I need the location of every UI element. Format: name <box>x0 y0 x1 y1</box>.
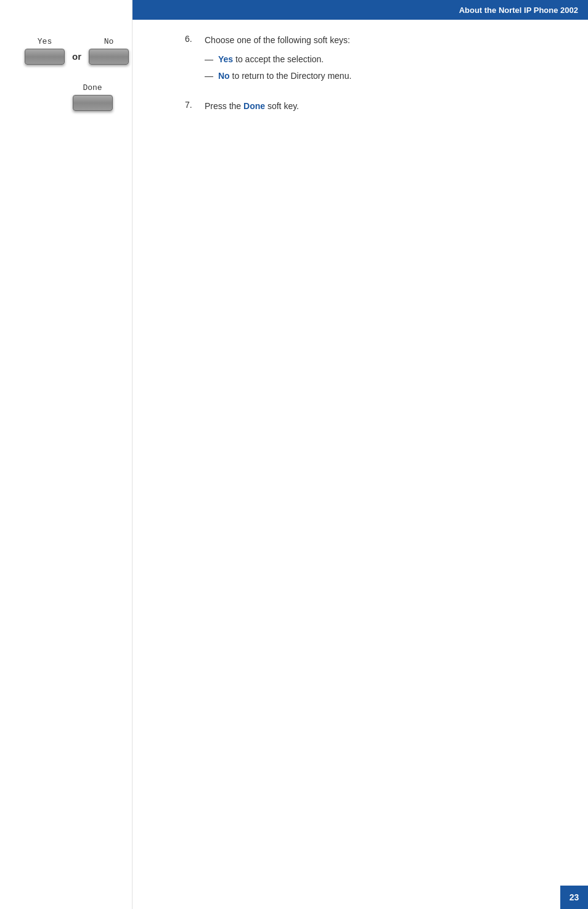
no-highlight: No <box>218 71 230 81</box>
sub-item-yes: — Yes to accept the selection. <box>205 53 570 66</box>
step-6-block: 6. Choose one of the following soft keys… <box>185 34 570 83</box>
sub-item-yes-text: Yes to accept the selection. <box>218 53 324 66</box>
instructions-column: 6. Choose one of the following soft keys… <box>185 34 570 130</box>
step-6-line: 6. Choose one of the following soft keys… <box>185 34 570 47</box>
no-label: No <box>104 37 114 46</box>
step-6-subitems: — Yes to accept the selection. — No to r… <box>205 53 570 83</box>
dash-no: — <box>205 70 213 83</box>
step-7-number: 7. <box>185 100 197 110</box>
no-button-group: No <box>89 37 129 65</box>
yes-highlight: Yes <box>218 54 233 64</box>
no-soft-key <box>89 49 129 65</box>
step-7-text: Press the Done soft key. <box>205 100 299 113</box>
step-7-text-before: Press the <box>205 101 243 111</box>
yes-no-row: Yes or No <box>25 37 148 65</box>
or-text: or <box>72 51 81 62</box>
step-7-line: 7. Press the Done soft key. <box>185 100 570 113</box>
sub-item-no-text: No to return to the Directory menu. <box>218 70 351 83</box>
step-7-block: 7. Press the Done soft key. <box>185 100 570 113</box>
yes-label: Yes <box>38 37 52 46</box>
dash-yes: — <box>205 53 213 66</box>
step-6-text: Choose one of the following soft keys: <box>205 34 350 47</box>
done-label: Done <box>83 83 102 92</box>
button-illustrations: Yes or No Done <box>25 37 148 111</box>
sub-item-no: — No to return to the Directory menu. <box>205 70 570 83</box>
yes-soft-key <box>25 49 65 65</box>
no-description: to return to the Directory menu. <box>232 71 352 81</box>
done-soft-key <box>73 95 113 111</box>
header-bar: About the Nortel IP Phone 2002 <box>133 0 588 20</box>
done-row: Done <box>37 83 148 111</box>
step-7-text-after: soft key. <box>265 101 299 111</box>
page-number: 23 <box>570 892 579 902</box>
page-number-box: 23 <box>560 886 588 909</box>
left-sidebar <box>0 0 133 909</box>
done-highlight: Done <box>243 101 265 111</box>
header-title: About the Nortel IP Phone 2002 <box>459 6 578 15</box>
yes-description: to accept the selection. <box>235 54 324 64</box>
yes-button-group: Yes <box>25 37 65 65</box>
step-6-number: 6. <box>185 34 197 44</box>
